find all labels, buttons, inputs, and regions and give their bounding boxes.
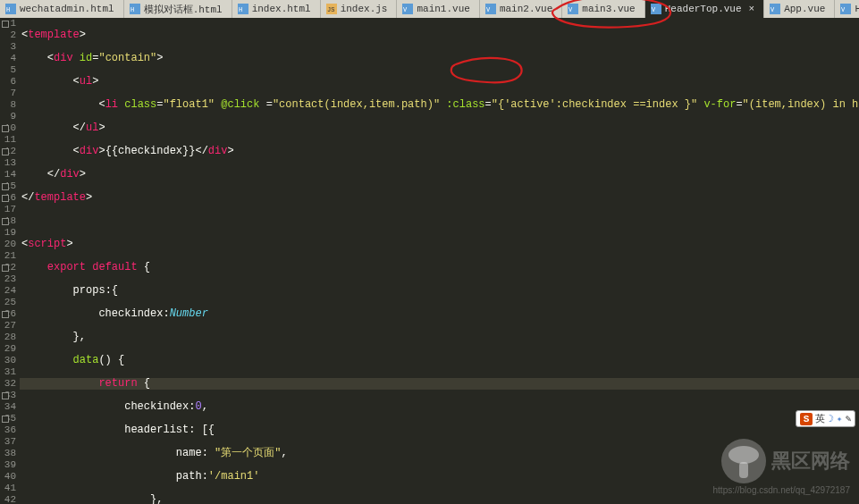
sogou-logo-icon: S [800,413,813,425]
watermark-brand: 黑区网络 [771,448,850,475]
mushroom-logo-icon [721,439,766,483]
vue-file-icon: V [568,4,578,14]
tab-main1[interactable]: Vmain1.vue [397,0,479,18]
watermark-url: https://blog.csdn.net/qq_42972187 [713,485,850,495]
svg-text:H: H [131,6,134,13]
tab-label: HeaderTop.vue [665,4,742,14]
tab-helloworld[interactable]: VHelloWorld.vue [835,0,859,18]
tab-label: wechatadmin.html [20,4,114,14]
tab-label: main2.vue [500,4,552,14]
tab-label: index.html [252,4,311,14]
html-file-icon: H [238,4,248,14]
tab-label: main3.vue [582,4,635,14]
code-area[interactable]: <template> <div id="contain"> <ul> <li c… [20,18,859,504]
tool-icon[interactable]: ✎ [845,413,851,424]
html-file-icon: H [5,4,16,14]
tab-label: HelloWorld.vue [855,4,859,14]
line-gutter: 1234567891011121314151617181920212223242… [0,18,20,504]
close-tab-icon[interactable]: × [749,4,755,14]
tab-headertop[interactable]: VHeaderTop.vue× [645,0,764,18]
vue-file-icon: V [770,4,780,14]
tab-label: App.vue [784,4,825,14]
ime-lang[interactable]: 英 [815,412,825,425]
js-file-icon: JS [326,4,337,14]
vue-file-icon: V [651,4,661,14]
tab-index-js[interactable]: JSindex.js [321,0,398,18]
tab-label: main1.vue [417,4,469,14]
html-file-icon: H [130,4,140,14]
svg-text:JS: JS [327,6,334,13]
tab-wechatadmin[interactable]: Hwechatadmin.html [0,0,124,18]
tab-app[interactable]: VApp.vue [764,0,835,18]
tab-index-html[interactable]: Hindex.html [232,0,321,18]
svg-text:H: H [6,6,10,13]
editor-tabs: Hwechatadmin.html H模拟对话框.html Hindex.htm… [0,0,859,18]
tab-label: index.js [341,4,388,14]
spark-icon[interactable]: ✦ [837,413,843,424]
vue-file-icon: V [840,4,851,14]
vue-file-icon: V [402,4,413,14]
ime-toolbar[interactable]: S 英 ☽ ✦ ✎ [796,410,855,427]
vue-file-icon: V [485,4,496,14]
tab-main2[interactable]: Vmain2.vue [480,0,562,18]
svg-text:H: H [239,6,242,13]
tab-main3[interactable]: Vmain3.vue [562,0,644,18]
moon-icon[interactable]: ☽ [828,413,834,424]
code-editor[interactable]: 1234567891011121314151617181920212223242… [0,18,859,504]
watermark: 黑区网络 https://blog.csdn.net/qq_42972187 [713,439,850,495]
tab-dialog[interactable]: H模拟对话框.html [124,0,232,18]
tab-label: 模拟对话框.html [144,3,223,16]
